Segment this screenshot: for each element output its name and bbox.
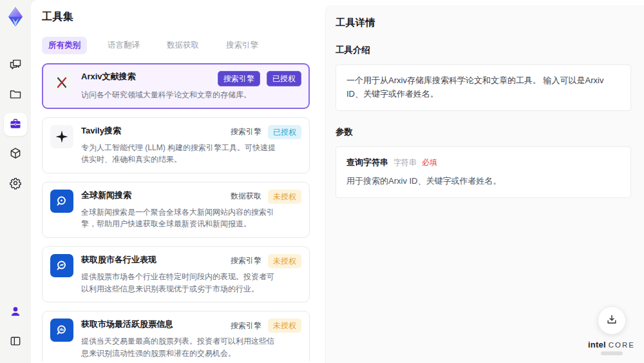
- details-title: 工具详情: [336, 17, 631, 29]
- tool-intro-text: 一个用于从Arxiv存储库搜索科学论文和文章的工具。 输入可以是Arxiv ID…: [336, 64, 631, 111]
- sidebar-item-account[interactable]: [4, 300, 27, 324]
- sidebar: [0, 0, 31, 363]
- corner-widget: intelCORE: [588, 306, 635, 355]
- tool-list: Arxiv文献搜索 搜索引擎已授权 访问各个研究领域大量科学论文和文章的存储库。…: [42, 63, 310, 361]
- intel-brand-text: intel: [588, 340, 606, 349]
- user-icon: [9, 305, 22, 320]
- folder-icon: [9, 88, 22, 103]
- download-icon: [605, 313, 618, 328]
- news-search-icon: [50, 190, 73, 213]
- tool-description: 全球新闻搜索是一个聚合全球各大新闻网站内容的搜索引擎，帮助用户快速获取全球最新资…: [81, 206, 276, 230]
- tool-name: Arxiv文献搜索: [81, 71, 136, 83]
- category-label: 搜索引擎: [231, 126, 261, 137]
- tab-1[interactable]: 语言翻译: [101, 37, 146, 54]
- tool-name: 全球新闻搜索: [81, 190, 131, 201]
- auth-badge: 未授权: [268, 190, 301, 204]
- download-button[interactable]: [598, 306, 626, 335]
- tools-panel: 工具集 所有类别语言翻译数据获取搜索引擎 Arxiv文献搜索 搜索引擎已授权 访…: [31, 0, 322, 363]
- auth-badge: 已授权: [267, 71, 301, 86]
- panel-toggle-icon: [9, 335, 22, 349]
- param-required-badge: 必填: [422, 157, 437, 169]
- tool-name: 获取股市各行业表现: [81, 254, 156, 266]
- category-badge: 搜索引擎: [218, 71, 260, 86]
- tool-list-item[interactable]: 获取市场最活跃股票信息 搜索引擎未授权 提供当天交易量最高的股票列表。投资者可以…: [42, 311, 310, 361]
- page-title: 工具集: [42, 10, 322, 24]
- sidebar-item-tools[interactable]: [4, 113, 27, 136]
- main-content: 工具集 所有类别语言翻译数据获取搜索引擎 Arxiv文献搜索 搜索引擎已授权 访…: [31, 0, 644, 363]
- sidebar-item-collapse[interactable]: [4, 330, 27, 353]
- tool-list-item[interactable]: 全球新闻搜索 数据获取未授权 全球新闻搜索是一个聚合全球各大新闻网站内容的搜索引…: [42, 182, 310, 238]
- category-label: 搜索引擎: [231, 320, 261, 331]
- tool-list-item[interactable]: Arxiv文献搜索 搜索引擎已授权 访问各个研究领域大量科学论文和文章的存储库。: [42, 63, 310, 109]
- arxiv-icon: [50, 71, 73, 94]
- auth-badge: 未授权: [268, 319, 301, 333]
- param-description: 用于搜索的Arxiv ID、关键字或作者姓名。: [346, 175, 620, 188]
- tab-0[interactable]: 所有类别: [42, 37, 87, 54]
- tool-list-item[interactable]: 获取股市各行业表现 搜索引擎未授权 提供股票市场各个行业在特定时间段内的表现。投…: [42, 246, 310, 302]
- param-name: 查询字符串: [346, 156, 388, 170]
- active-stocks-icon: [50, 319, 73, 342]
- tool-list-item[interactable]: Tavily搜索 搜索引擎已授权 专为人工智能代理 (LLM) 构建的搜索引擎工…: [42, 117, 310, 173]
- param-type: 字符串: [393, 157, 417, 169]
- toolbox-icon: [9, 117, 22, 132]
- app-window: 工具集 所有类别语言翻译数据获取搜索引擎 Arxiv文献搜索 搜索引擎已授权 访…: [0, 0, 644, 363]
- core-brand-text: CORE: [609, 341, 635, 349]
- gear-icon: [9, 177, 22, 191]
- auth-badge: 已授权: [268, 125, 301, 139]
- tool-description: 提供股票市场各个行业在特定时间段内的表现。投资者可以利用这些信息来识别表现优于或…: [81, 271, 276, 295]
- app-logo-icon: [4, 5, 27, 28]
- intel-core-sub-badge: [601, 351, 623, 355]
- tavily-icon: [50, 125, 73, 148]
- sidebar-item-files[interactable]: [4, 83, 27, 106]
- sidebar-item-settings[interactable]: [4, 172, 27, 195]
- sidebar-item-chat[interactable]: [4, 54, 27, 77]
- tool-name: 获取市场最活跃股票信息: [81, 319, 173, 330]
- tab-3[interactable]: 搜索引擎: [220, 37, 265, 54]
- category-label: 数据获取: [231, 191, 261, 202]
- category-tabs: 所有类别语言翻译数据获取搜索引擎: [42, 37, 322, 54]
- tool-description: 访问各个研究领域大量科学论文和文章的存储库。: [81, 89, 276, 101]
- intel-core-logo: intelCORE: [588, 340, 635, 355]
- stock-sector-icon: [50, 254, 73, 277]
- chat-icon: [9, 58, 22, 73]
- tool-description: 提供当天交易量最高的股票列表。投资者可以利用这些信息来识别流动性强的股票和潜在的…: [81, 335, 276, 359]
- cube-icon: [9, 147, 22, 162]
- category-label: 搜索引擎: [231, 255, 261, 266]
- params-heading: 参数: [336, 126, 631, 138]
- auth-badge: 未授权: [268, 254, 301, 268]
- tool-description: 专为人工智能代理 (LLM) 构建的搜索引擎工具。可快速提供实时、准确和真实的结…: [81, 142, 276, 166]
- param-card: 查询字符串 字符串 必填 用于搜索的Arxiv ID、关键字或作者姓名。: [336, 146, 631, 199]
- intro-heading: 工具介绍: [336, 44, 631, 56]
- sidebar-item-packages[interactable]: [4, 142, 27, 166]
- tool-name: Tavily搜索: [81, 125, 121, 137]
- tab-2[interactable]: 数据获取: [160, 37, 205, 54]
